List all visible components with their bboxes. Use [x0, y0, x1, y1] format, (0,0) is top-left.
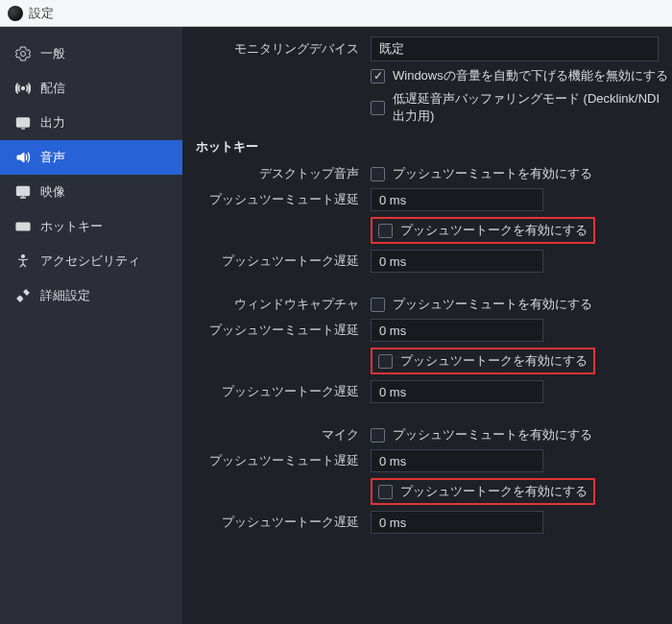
- push-mute-row[interactable]: プッシュツーミュートを有効にする: [371, 296, 592, 313]
- sidebar: 一般 配信 出力 音声 映像: [0, 27, 182, 624]
- lowlat-checkbox[interactable]: [371, 101, 385, 115]
- content-pane: モニタリングデバイス 既定 Windowsの音量を自動で下げる機能を無効にする: [182, 27, 672, 624]
- hotkey-device-group: マイク プッシュツーミュートを有効にする プッシュツーミュート遅延 0 ms プ…: [192, 426, 672, 534]
- push-mute-delay-label: プッシュツーミュート遅延: [192, 191, 361, 208]
- hotkey-device-group: デスクトップ音声 プッシュツーミュートを有効にする プッシュツーミュート遅延 0…: [192, 165, 672, 273]
- monitoring-device-label: モニタリングデバイス: [192, 40, 361, 58]
- speaker-icon: [15, 150, 31, 165]
- monitor-icon: [15, 184, 31, 200]
- push-talk-delay-label: プッシュツートーク遅延: [192, 514, 361, 531]
- broadcast-icon: [15, 81, 31, 96]
- sidebar-item-label: 配信: [40, 80, 65, 97]
- lowlat-label: 低遅延音声バッファリングモード (Decklink/NDI 出力用): [393, 90, 672, 125]
- push-mute-delay-input[interactable]: 0 ms: [371, 449, 543, 472]
- ducking-label: Windowsの音量を自動で下げる機能を無効にする: [393, 67, 668, 84]
- hotkeys-section-title: ホットキー: [196, 138, 672, 156]
- push-talk-delay-label: プッシュツートーク遅延: [192, 252, 361, 270]
- hotkey-device-group: ウィンドウキャプチャ プッシュツーミュートを有効にする プッシュツーミュート遅延…: [192, 296, 672, 403]
- ducking-checkbox-row[interactable]: Windowsの音量を自動で下げる機能を無効にする: [371, 67, 668, 84]
- lowlat-checkbox-row[interactable]: 低遅延音声バッファリングモード (Decklink/NDI 出力用): [371, 90, 672, 125]
- sidebar-item-label: ホットキー: [40, 218, 103, 235]
- gear-icon: [15, 46, 31, 61]
- tools-icon: [15, 288, 31, 303]
- push-talk-row[interactable]: プッシュツートークを有効にする: [371, 217, 595, 244]
- push-talk-checkbox[interactable]: [378, 354, 393, 369]
- push-talk-checkbox[interactable]: [378, 224, 393, 238]
- push-talk-row[interactable]: プッシュツートークを有効にする: [371, 478, 595, 505]
- sidebar-item-label: 一般: [40, 45, 65, 62]
- push-talk-delay-input[interactable]: 0 ms: [371, 511, 543, 534]
- sidebar-item-label: 詳細設定: [40, 287, 90, 304]
- sidebar-item-general[interactable]: 一般: [0, 36, 182, 71]
- sidebar-item-stream[interactable]: 配信: [0, 71, 182, 106]
- ducking-checkbox[interactable]: [371, 69, 385, 84]
- titlebar: 設定: [0, 0, 672, 27]
- push-mute-delay-label: プッシュツーミュート遅延: [192, 322, 361, 339]
- push-mute-delay-label: プッシュツーミュート遅延: [192, 452, 361, 469]
- sidebar-item-label: アクセシビリティ: [40, 252, 140, 270]
- svg-point-0: [22, 87, 25, 90]
- push-talk-delay-input[interactable]: 0 ms: [371, 250, 543, 273]
- device-name: ウィンドウキャプチャ: [192, 296, 361, 313]
- device-name: デスクトップ音声: [192, 165, 361, 182]
- push-talk-delay-label: プッシュツートーク遅延: [192, 383, 361, 400]
- sidebar-item-audio[interactable]: 音声: [0, 140, 182, 175]
- push-mute-delay-input[interactable]: 0 ms: [371, 188, 543, 211]
- sidebar-item-label: 出力: [40, 114, 65, 132]
- sidebar-item-label: 音声: [40, 149, 65, 166]
- app-icon: [8, 6, 23, 21]
- window-title: 設定: [29, 5, 54, 22]
- push-mute-delay-input[interactable]: 0 ms: [371, 319, 543, 342]
- output-icon: [15, 115, 31, 131]
- svg-rect-2: [17, 187, 30, 196]
- sidebar-item-label: 映像: [40, 183, 65, 201]
- push-mute-row[interactable]: プッシュツーミュートを有効にする: [371, 165, 592, 182]
- push-talk-checkbox[interactable]: [378, 485, 393, 499]
- svg-rect-1: [17, 118, 30, 127]
- sidebar-item-video[interactable]: 映像: [0, 175, 182, 209]
- keyboard-icon: [15, 219, 31, 234]
- monitoring-device-select[interactable]: 既定: [371, 36, 659, 61]
- sidebar-item-advanced[interactable]: 詳細設定: [0, 278, 182, 313]
- push-talk-delay-input[interactable]: 0 ms: [371, 380, 543, 403]
- sidebar-item-hotkeys[interactable]: ホットキー: [0, 209, 182, 244]
- svg-point-4: [22, 255, 25, 258]
- push-mute-checkbox[interactable]: [371, 428, 385, 443]
- accessibility-icon: [15, 253, 31, 269]
- push-mute-checkbox[interactable]: [371, 167, 385, 181]
- device-name: マイク: [192, 426, 361, 444]
- push-talk-row[interactable]: プッシュツートークを有効にする: [371, 348, 595, 374]
- push-mute-row[interactable]: プッシュツーミュートを有効にする: [371, 426, 592, 444]
- sidebar-item-accessibility[interactable]: アクセシビリティ: [0, 244, 182, 278]
- sidebar-item-output[interactable]: 出力: [0, 106, 182, 140]
- push-mute-checkbox[interactable]: [371, 298, 385, 312]
